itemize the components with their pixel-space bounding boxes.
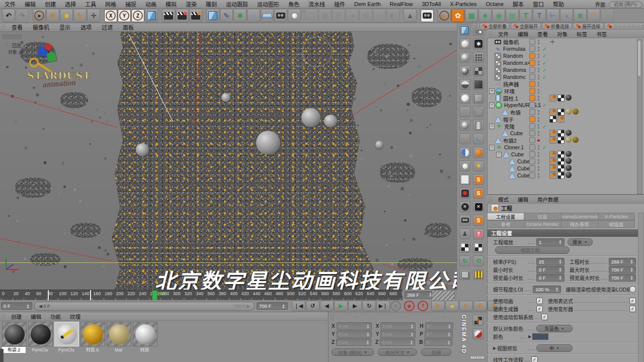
enabled-check-icon[interactable]: ✓ bbox=[542, 67, 546, 73]
interface-dropdown[interactable]: 启动 (用户) bbox=[609, 1, 642, 8]
tree-item-Cube[interactable]: Cube bbox=[487, 172, 644, 179]
tornado-deformer-button[interactable]: ≋ bbox=[574, 9, 587, 22]
sphere-object[interactable] bbox=[256, 131, 280, 155]
expand-toggle[interactable]: − bbox=[489, 103, 495, 108]
material-name[interactable]: Mat bbox=[107, 347, 130, 353]
tree-item-Random[interactable]: Random✓ bbox=[487, 52, 644, 59]
material-材质[interactable]: 材质 bbox=[133, 322, 156, 353]
mograph-cylinder-button[interactable]: ▤ bbox=[506, 9, 519, 22]
om-menu-对象[interactable]: 对象 bbox=[552, 30, 572, 38]
next-key-button[interactable]: ↻ bbox=[362, 301, 376, 311]
xp-play-button[interactable]: ▶ bbox=[438, 9, 451, 22]
rotation-field[interactable]: 0 °▲▼ bbox=[424, 338, 452, 346]
tree-item-Formulaa[interactable]: ∿Formulaa✓ bbox=[487, 45, 644, 52]
layer-square[interactable] bbox=[529, 144, 535, 150]
layers-icon[interactable] bbox=[459, 269, 470, 280]
tree-item-Cube[interactable]: Cube bbox=[487, 130, 644, 137]
sphere-gray-icon[interactable] bbox=[459, 120, 470, 131]
viewport-menu-面板[interactable]: 面板 bbox=[118, 23, 139, 31]
material-name[interactable]: PyroClu bbox=[28, 347, 52, 353]
text-spline-button[interactable]: T bbox=[533, 9, 546, 22]
material-PyroClu[interactable]: PyroClu bbox=[28, 322, 52, 353]
value-field[interactable]: 268 F▲▼ bbox=[609, 258, 636, 265]
tag-matdark-icon[interactable] bbox=[566, 165, 572, 171]
tab-帧插值[interactable]: 帧插值 bbox=[598, 220, 635, 228]
viewport-menu-查看[interactable]: 查看 bbox=[7, 23, 28, 31]
om-button-全部展开[interactable]: 全部展开 bbox=[511, 23, 541, 30]
enabled-check-icon[interactable]: ✓ bbox=[542, 74, 546, 80]
color-swatch[interactable] bbox=[532, 333, 548, 340]
menu-插件[interactable]: 插件 bbox=[330, 0, 350, 8]
sphere-object[interactable] bbox=[324, 115, 337, 128]
menu-Dem Earth[interactable]: Dem Earth bbox=[350, 1, 385, 7]
dropdown[interactable]: 灰蓝色▼ bbox=[536, 325, 573, 332]
material-PyroClu[interactable]: PyroClu bbox=[54, 322, 78, 353]
size-field[interactable]: 0 cm▲▼ bbox=[380, 322, 416, 330]
checkbox[interactable]: ✓ bbox=[629, 306, 636, 312]
value-field[interactable]: 1▲▼ bbox=[536, 238, 565, 246]
mode-axis-button[interactable]: ▭ bbox=[373, 9, 386, 22]
dropdown[interactable]: 厘米▼ bbox=[568, 238, 593, 246]
mode-kinematic-button[interactable]: ◧ bbox=[386, 9, 399, 22]
drag-grip[interactable] bbox=[488, 196, 493, 202]
tag-phong-icon[interactable] bbox=[549, 109, 556, 116]
tree-item-Cube.2[interactable]: Cube.2 bbox=[487, 158, 644, 165]
tag-matolive-icon[interactable] bbox=[573, 109, 579, 115]
mode-model-button[interactable]: ▢ bbox=[305, 9, 318, 22]
s-orange3-icon[interactable]: S bbox=[473, 215, 484, 226]
sphere-object[interactable] bbox=[375, 141, 383, 149]
visibility-dots[interactable] bbox=[537, 53, 540, 59]
visibility-dots[interactable] bbox=[537, 46, 540, 52]
drag-grip[interactable] bbox=[330, 314, 334, 320]
layer-square[interactable] bbox=[529, 81, 535, 87]
tab-X-Particles[interactable]: X-Particles bbox=[598, 213, 635, 220]
rotate-green-icon[interactable]: ↻ bbox=[459, 255, 470, 266]
tag-checker-icon[interactable] bbox=[557, 130, 565, 137]
section-header[interactable]: 工程设置 bbox=[487, 229, 641, 237]
cube-checker-icon[interactable] bbox=[473, 65, 484, 76]
menu-3DToAll[interactable]: 3DToAll bbox=[417, 1, 445, 7]
visibility-dots[interactable] bbox=[537, 39, 540, 45]
range-marker[interactable] bbox=[90, 290, 91, 300]
sphere-dark-icon[interactable] bbox=[459, 65, 470, 76]
live-selection-button[interactable]: ➤ bbox=[33, 9, 46, 22]
x-dark-icon[interactable]: ✕ bbox=[473, 201, 484, 212]
axes-icon[interactable]: ∟ bbox=[459, 133, 470, 144]
tree-item-布袋2[interactable]: 布袋2 bbox=[487, 137, 644, 144]
add-spline-pen-button[interactable]: ✎ bbox=[220, 9, 233, 22]
next-frame-button[interactable]: ▶ bbox=[348, 301, 362, 311]
tag-matdark-icon[interactable] bbox=[566, 151, 572, 157]
sphere-wire-icon[interactable] bbox=[459, 106, 470, 117]
value-field[interactable]: 700 F▲▼ bbox=[609, 266, 636, 274]
om-menu-编辑[interactable]: 编辑 bbox=[513, 30, 533, 38]
undo-button[interactable]: ↶ bbox=[2, 9, 15, 22]
layer-square[interactable] bbox=[529, 116, 535, 122]
xp-system-button[interactable]: ✿ bbox=[451, 9, 464, 22]
tree-item-帽子[interactable]: 帽子 bbox=[487, 116, 644, 123]
am-menu-编辑[interactable]: 编辑 bbox=[513, 196, 533, 203]
material-name[interactable]: 材质.6 bbox=[80, 347, 104, 353]
end-frame-spinner[interactable]: 700 F▲▼ bbox=[257, 302, 288, 310]
mode-polygons-button[interactable]: ⟲ bbox=[359, 9, 372, 22]
checkbox[interactable]: ✓ bbox=[541, 314, 548, 320]
checkbox[interactable]: ✓ bbox=[536, 306, 543, 312]
tab-待办事项[interactable]: 待办事项 bbox=[561, 220, 598, 228]
tree-item-Cube[interactable]: −Cube bbox=[487, 151, 644, 158]
tree-item-HyperNURBS.1[interactable]: −HyperNURBS.1✓ bbox=[487, 102, 644, 109]
enabled-check-icon[interactable]: ✓ bbox=[542, 145, 546, 150]
mode-texture-button[interactable]: ▦ bbox=[318, 9, 332, 22]
tree-item-克隆[interactable]: −✳克隆✓ bbox=[487, 123, 644, 130]
layer-square[interactable] bbox=[529, 137, 535, 143]
sun-icon[interactable]: ✹ bbox=[473, 160, 484, 171]
menu-模拟[interactable]: 模拟 bbox=[161, 0, 181, 8]
tag-checker-icon[interactable] bbox=[557, 109, 565, 116]
redo-button[interactable]: ↷ bbox=[16, 9, 29, 22]
expand-arrow[interactable]: ▶ bbox=[493, 346, 497, 350]
rotation-field[interactable]: 0 °▲▼ bbox=[425, 330, 453, 338]
menu-流水线[interactable]: 流水线 bbox=[304, 0, 330, 8]
tree-item-扬声器[interactable]: 扬声器 bbox=[487, 80, 644, 87]
q-pink-icon[interactable]: ? bbox=[473, 228, 484, 239]
om-menu-查看[interactable]: 查看 bbox=[533, 30, 552, 38]
refresh-green-icon[interactable]: ⟲ bbox=[473, 255, 484, 266]
layer-square[interactable] bbox=[529, 165, 535, 171]
